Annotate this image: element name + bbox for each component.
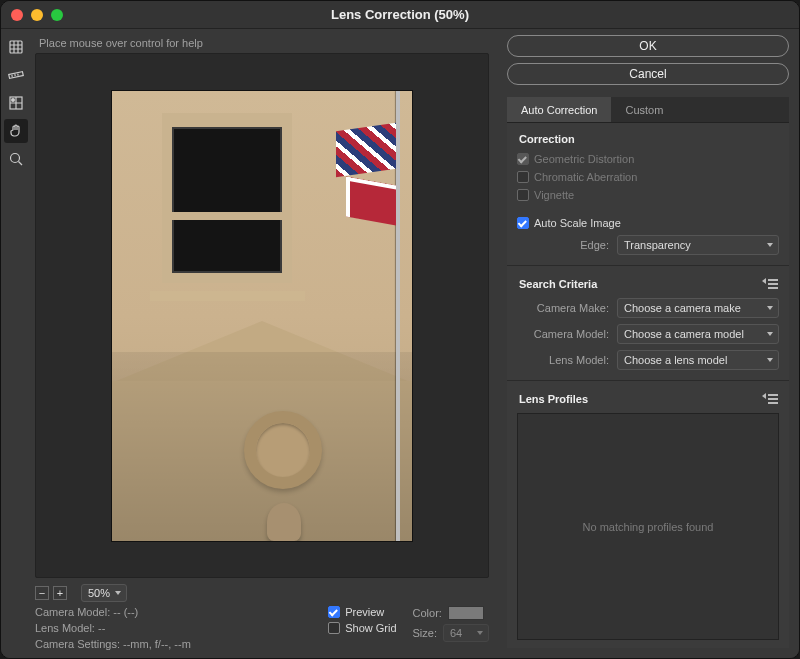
zoom-in-button[interactable]: + xyxy=(53,586,67,600)
tab-auto-correction[interactable]: Auto Correction xyxy=(507,97,611,122)
preview-checkbox[interactable]: Preview xyxy=(328,606,396,618)
tab-custom[interactable]: Custom xyxy=(611,97,677,122)
svg-point-4 xyxy=(11,154,20,163)
check-icon xyxy=(517,171,529,183)
minimize-window-button[interactable] xyxy=(31,9,43,21)
grid-color-swatch[interactable] xyxy=(448,606,484,620)
profiles-empty-text: No matching profiles found xyxy=(583,521,714,533)
show-grid-checkbox[interactable]: Show Grid xyxy=(328,622,396,634)
lens-model-info: Lens Model: -- xyxy=(35,622,312,634)
hand-tool[interactable] xyxy=(4,119,28,143)
help-hint: Place mouse over control for help xyxy=(35,35,489,53)
move-grid-tool[interactable] xyxy=(4,91,28,115)
straighten-tool[interactable] xyxy=(4,63,28,87)
lens-profiles-heading: Lens Profiles xyxy=(517,391,588,407)
check-icon xyxy=(517,189,529,201)
check-icon xyxy=(517,153,529,165)
cancel-button[interactable]: Cancel xyxy=(507,63,789,85)
chromatic-aberration-checkbox[interactable]: Chromatic Aberration xyxy=(517,171,779,183)
check-icon xyxy=(328,622,340,634)
ok-button[interactable]: OK xyxy=(507,35,789,57)
search-criteria-menu-icon[interactable] xyxy=(765,279,779,289)
zoom-window-button[interactable] xyxy=(51,9,63,21)
vignette-checkbox[interactable]: Vignette xyxy=(517,189,779,201)
camera-settings-info: Camera Settings: --mm, f/--, --m xyxy=(35,638,312,650)
lens-profiles-list[interactable]: No matching profiles found xyxy=(517,413,779,640)
zoom-tool[interactable] xyxy=(4,147,28,171)
svg-rect-0 xyxy=(10,41,22,53)
check-icon xyxy=(517,217,529,229)
correction-heading: Correction xyxy=(517,131,779,147)
edge-select[interactable]: Transparency xyxy=(617,235,779,255)
grid-size-select[interactable]: 64 xyxy=(443,624,489,642)
lens-model-label: Lens Model: xyxy=(517,354,609,366)
window-title: Lens Correction (50%) xyxy=(1,7,799,22)
camera-make-label: Camera Make: xyxy=(517,302,609,314)
size-label: Size: xyxy=(413,627,437,639)
traffic-lights xyxy=(11,9,63,21)
camera-model-info: Camera Model: -- (--) xyxy=(35,606,312,618)
zoom-out-button[interactable]: − xyxy=(35,586,49,600)
mode-tabs: Auto Correction Custom xyxy=(507,97,789,123)
zoom-select[interactable]: 50% xyxy=(81,584,127,602)
camera-model-label: Camera Model: xyxy=(517,328,609,340)
svg-point-3 xyxy=(11,98,15,102)
auto-scale-image-checkbox[interactable]: Auto Scale Image xyxy=(517,217,779,229)
lens-correction-window: Lens Correction (50%) Place mouse over c… xyxy=(0,0,800,659)
color-label: Color: xyxy=(413,607,442,619)
search-criteria-heading: Search Criteria xyxy=(517,276,597,292)
camera-make-select[interactable]: Choose a camera make xyxy=(617,298,779,318)
remove-distortion-tool[interactable] xyxy=(4,35,28,59)
preview-image xyxy=(112,91,412,541)
tool-strip xyxy=(1,29,31,658)
preview-canvas[interactable] xyxy=(35,53,489,578)
lens-profiles-menu-icon[interactable] xyxy=(765,394,779,404)
camera-model-select[interactable]: Choose a camera model xyxy=(617,324,779,344)
lens-model-select[interactable]: Choose a lens model xyxy=(617,350,779,370)
close-window-button[interactable] xyxy=(11,9,23,21)
edge-label: Edge: xyxy=(517,239,609,251)
geometric-distortion-checkbox[interactable]: Geometric Distortion xyxy=(517,153,779,165)
titlebar: Lens Correction (50%) xyxy=(1,1,799,29)
svg-rect-1 xyxy=(9,72,24,79)
check-icon xyxy=(328,606,340,618)
